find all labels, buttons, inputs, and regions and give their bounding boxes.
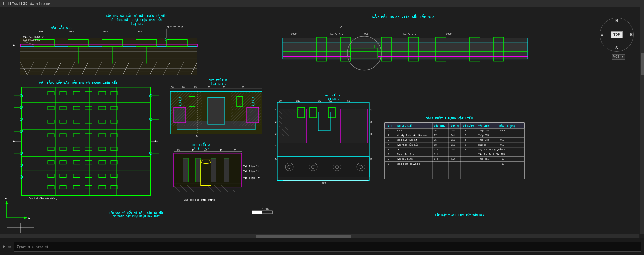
title-bar: [-][Top][2D Wireframe]: [0, 0, 644, 7]
svg-rect-174: [208, 97, 225, 124]
svg-text:Cái: Cái: [451, 139, 455, 141]
keyboard-icon: ⌨: [8, 244, 11, 250]
top-view-button[interactable]: TOP: [611, 31, 623, 38]
svg-text:70: 70: [208, 86, 210, 89]
svg-text:Cái: Cái: [451, 149, 455, 151]
svg-text:2: 2: [465, 134, 466, 137]
svg-text:Tỉ lệ 1:1.5: Tỉ lệ 1:1.5: [209, 82, 226, 85]
scrollbar-vertical[interactable]: [640, 7, 644, 234]
svg-text:25: 25: [318, 100, 321, 102]
svg-text:12.75 7.5: 12.75 7.5: [403, 33, 416, 35]
command-bar: ► ⌨ Type a command: [0, 238, 644, 255]
svg-text:2: 2: [275, 120, 277, 123]
svg-text:Vòng phan phương q: Vòng phan phương q: [397, 163, 420, 165]
scrollbar-horizontal[interactable]: [0, 234, 639, 238]
svg-text:Tấm đan Tr.A T2A T2B: Tấm đan Tr.A T2A T2B: [478, 153, 505, 156]
red-divider: [269, 7, 269, 238]
svg-text:40: 40: [220, 149, 222, 152]
svg-text:135: 135: [221, 86, 225, 89]
svg-text:4: 4: [465, 139, 466, 141]
svg-text:4: 4: [465, 149, 466, 151]
svg-text:12.75 7.5: 12.75 7.5: [330, 33, 343, 35]
compass-west: W: [601, 32, 603, 37]
svg-text:Vòng đệm tấm đỡ: Vòng đệm tấm đỡ: [397, 139, 417, 141]
svg-text:405: 405: [500, 158, 504, 160]
svg-rect-5: [20, 38, 197, 75]
svg-text:1000: 1000: [68, 30, 74, 33]
svg-text:50: 50: [242, 86, 244, 89]
svg-text:ĐƠN VỊ: ĐƠN VỊ: [451, 124, 459, 128]
svg-rect-197: [211, 158, 216, 182]
svg-text:1.1: 1.1: [434, 153, 438, 156]
svg-text:Cái: Cái: [451, 134, 455, 137]
drawing-canvas[interactable]: TẤM ĐAN VÀ GỐI KÊ ĐẶT TRÊN TÀ VẸT BÊ TÔN…: [0, 7, 644, 238]
svg-text:Cái: Cái: [451, 144, 455, 146]
svg-text:1000: 1000: [446, 33, 452, 35]
svg-text:1000: 1000: [102, 30, 108, 33]
svg-text:40: 40: [192, 149, 194, 152]
cursor-icon: ►: [3, 244, 5, 249]
compass-rose: N S E W TOP: [600, 18, 634, 58]
svg-rect-329: [252, 211, 262, 214]
svg-text:A: A: [13, 44, 15, 47]
svg-text:Vật liệu lớp: Vật liệu lớp: [243, 165, 260, 168]
svg-text:Thép CTB: Thép CTB: [478, 130, 489, 132]
svg-text:70: 70: [182, 86, 185, 89]
svg-text:Thép CTB: Thép CTB: [478, 139, 489, 141]
svg-text:5: 5: [388, 149, 389, 151]
svg-text:6: 6: [388, 153, 389, 156]
scrollbar-thumb-vertical[interactable]: [641, 53, 644, 75]
svg-text:67.4: 67.4: [500, 149, 506, 151]
compass-east: E: [630, 32, 633, 37]
svg-text:50: 50: [171, 86, 174, 89]
command-input-area[interactable]: Type a command: [14, 242, 641, 252]
svg-text:Tấm đai đinh: Tấm đai đinh: [397, 158, 413, 160]
svg-text:Thanh đai đinh: Thanh đai đinh: [397, 153, 415, 156]
svg-text:B: B: [196, 135, 198, 138]
svg-text:A: A: [13, 140, 15, 143]
svg-text:3: 3: [388, 139, 389, 141]
svg-rect-78: [351, 48, 378, 58]
svg-text:1000: 1000: [136, 30, 142, 33]
svg-rect-228: [340, 109, 368, 143]
svg-text:STT: STT: [388, 125, 392, 128]
svg-text:40: 40: [204, 149, 207, 152]
svg-text:8: 8: [388, 163, 389, 165]
svg-text:LẮP ĐẶT THANH LIÊN KẾT TẤM ĐAN: LẮP ĐẶT THANH LIÊN KẾT TẤM ĐAN: [435, 213, 484, 217]
svg-text:X: X: [28, 216, 30, 220]
svg-text:TẤM ĐAN VÀ GỐI KÊ ĐẶT TRÊN TÀ : TẤM ĐAN VÀ GỐI KÊ ĐẶT TRÊN TÀ VẸT: [109, 210, 163, 214]
svg-text:CK/CC: CK/CC: [397, 149, 403, 151]
svg-text:A: A: [340, 25, 342, 29]
svg-text:2: 2: [465, 130, 466, 132]
svg-text:75: 75: [234, 149, 236, 152]
svg-text:1:10: 1:10: [262, 208, 269, 211]
svg-text:2: 2: [388, 134, 389, 137]
svg-text:4: 4: [275, 144, 277, 147]
svg-rect-195: [183, 158, 188, 182]
scrollbar-thumb-horizontal[interactable]: [256, 235, 352, 238]
svg-text:Cái: Cái: [451, 130, 455, 132]
svg-text:1000: 1000: [37, 30, 43, 33]
svg-text:980: 980: [364, 33, 369, 35]
svg-text:Vú nắp liên kết tấm đan: Vú nắp liên kết tấm đan: [397, 134, 427, 137]
command-prompt: Type a command: [17, 245, 48, 249]
svg-text:52.5: 52.5: [500, 130, 506, 132]
svg-text:CHI TIẾT A: CHI TIẾT A: [324, 93, 340, 97]
svg-text:Vật liệu lớp: Vật liệu lớp: [243, 170, 260, 173]
svg-text:25: 25: [434, 130, 437, 132]
svg-text:3: 3: [275, 132, 277, 135]
svg-text:Y: Y: [5, 198, 7, 201]
svg-text:1.2: 1.2: [434, 158, 438, 160]
svg-text:Thép CTB: Thép CTB: [478, 134, 489, 137]
svg-text:1000: 1000: [291, 33, 297, 35]
svg-text:Đắm cao đai dưới đường: Đắm cao đai dưới đường: [184, 199, 215, 201]
svg-text:7: 7: [388, 158, 389, 160]
svg-text:Tỉ lệ 1:5: Tỉ lệ 1:5: [129, 22, 143, 26]
svg-text:Tấm đan B/BT #1: Tấm đan B/BT #1: [23, 36, 45, 39]
svg-text:Tấm nhựa cản đầu: Tấm nhựa cản đầu: [397, 143, 418, 146]
compass-north: N: [615, 19, 618, 24]
svg-text:75: 75: [194, 86, 197, 89]
svg-text:35: 35: [434, 139, 437, 141]
svg-text:3: 3: [370, 132, 372, 135]
svg-text:480: 480: [322, 182, 326, 184]
